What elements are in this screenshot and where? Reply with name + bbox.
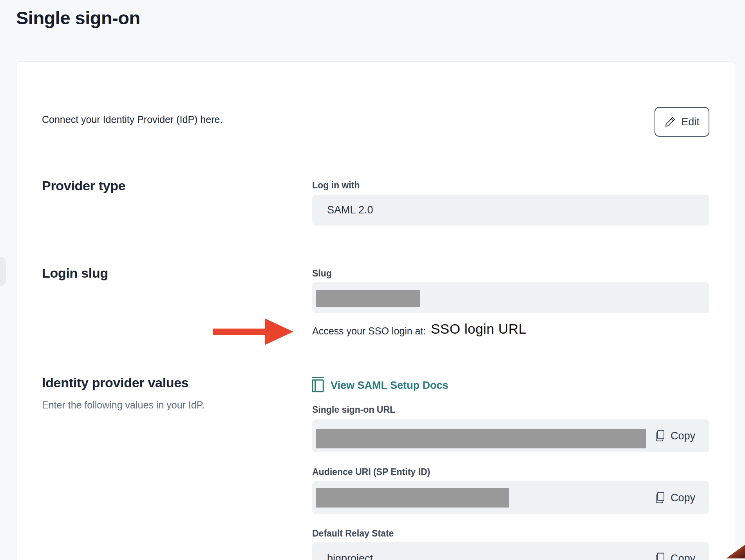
provider-type-heading: Provider type [42, 178, 125, 193]
copy-button-label: Copy [671, 492, 695, 504]
login-slug-heading: Login slug [42, 266, 108, 281]
copy-button-label: Copy [671, 430, 695, 442]
docs-link-label: View SAML Setup Docs [331, 379, 448, 392]
default-relay-state-value: bigproject [327, 542, 373, 560]
single-sign-on-url-redacted-value [316, 429, 646, 448]
edit-button-label: Edit [681, 116, 700, 128]
sso-login-url-annotation: SSO login URL [431, 321, 526, 337]
edit-button[interactable]: Edit [655, 107, 709, 137]
log-in-with-label: Log in with [312, 180, 360, 191]
audience-uri-label: Audience URI (SP Entity ID) [312, 467, 430, 477]
single-sign-on-url-field: Copy [312, 419, 709, 452]
arrow-right-icon [213, 318, 293, 347]
copy-icon [655, 552, 665, 560]
view-saml-setup-docs-link[interactable]: View SAML Setup Docs [311, 377, 448, 394]
copy-button-label: Copy [671, 553, 695, 560]
default-relay-state-label: Default Relay State [312, 528, 394, 539]
slug-redacted-value [316, 290, 420, 307]
copy-icon [655, 491, 665, 504]
corner-arrow-icon [721, 544, 745, 560]
provider-type-value: SAML 2.0 [327, 195, 373, 226]
document-icon [311, 377, 324, 394]
pencil-icon [664, 116, 676, 128]
idp-values-heading: Identity provider values [42, 375, 188, 390]
left-edge-tab [0, 257, 6, 286]
single-sign-on-url-label: Single sign-on URL [312, 405, 395, 415]
intro-text: Connect your Identity Provider (IdP) her… [42, 114, 222, 125]
access-note: Access your SSO login at: [312, 325, 426, 337]
copy-relay-state-button[interactable]: Copy [655, 542, 695, 560]
audience-uri-field: Copy [312, 481, 709, 514]
copy-audience-uri-button[interactable]: Copy [655, 481, 695, 514]
slug-label: Slug [312, 268, 332, 279]
sso-settings-page: Single sign-on Connect your Identity Pro… [0, 0, 745, 560]
copy-sso-url-button[interactable]: Copy [655, 419, 695, 452]
idp-values-subtitle: Enter the following values in your IdP. [42, 399, 204, 411]
page-title: Single sign-on [16, 7, 140, 29]
provider-type-field: SAML 2.0 [312, 195, 709, 226]
audience-uri-redacted-value [316, 488, 509, 508]
copy-icon [655, 430, 665, 442]
default-relay-state-field: bigproject Copy [312, 542, 709, 560]
slug-field [312, 282, 709, 313]
